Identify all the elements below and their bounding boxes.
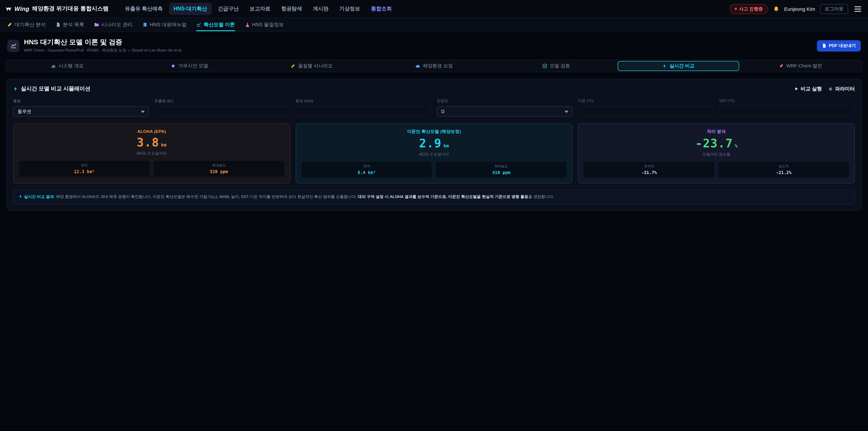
- pencil-icon: [291, 64, 296, 68]
- note-label: 실시간 비교 결과:: [24, 194, 55, 199]
- parameter-label: 파라미터: [835, 86, 855, 92]
- field-air-temp: 기온 (°C): [578, 98, 714, 117]
- stat-area: 면적 8.4 km²: [301, 162, 432, 178]
- topbar-right: 사고 진행중 Eunjeong Kim 로그아웃: [730, 4, 863, 14]
- result-value: -23.7%: [584, 137, 849, 150]
- nav-item-weather[interactable]: 기상정보: [335, 3, 365, 15]
- pdf-export-label: PDF 내보내기: [829, 43, 856, 49]
- play-icon: [794, 87, 798, 91]
- stat-value: -21.2%: [721, 170, 846, 175]
- nav-item-reports[interactable]: 보고자료: [245, 3, 275, 15]
- tab-model-validation[interactable]: 모델 검증: [495, 61, 617, 71]
- stat-area: 면적 12.3 km²: [19, 161, 150, 177]
- app-root: Wing 해양환경 위기대응 통합시스템 유출유 확산예측 HNS·대기확산 긴…: [0, 0, 868, 431]
- field-sst: SST (°C): [719, 98, 855, 117]
- results-grid: ALOHA (EPA) 3.8km AEGL-2 도달거리 면적 12.3 km…: [13, 123, 855, 184]
- result-card-difference: 차이 분석 -23.7% 도달거리 감소율 면적차 -31.7% 농도차 -21…: [578, 123, 855, 184]
- section-tabstrip: 시스템 개요 가우시안 모델 물질별 시나리오 해양환경 보정 모델 검증 실시…: [5, 60, 863, 72]
- bar-chart-icon: [51, 64, 56, 68]
- nav-item-integrated-search[interactable]: 통합조회: [366, 3, 396, 15]
- stat-label: 최대농도: [439, 164, 564, 169]
- stat-value: 8.4 km²: [304, 170, 429, 175]
- tab-label: 시스템 개요: [59, 63, 84, 69]
- field-spill-amount: 유출량 (kL): [154, 98, 290, 117]
- nav-item-oil-spill[interactable]: 유출유 확산예측: [121, 3, 167, 15]
- note-text: 실시간 비교 결과: 해양 환경에서 ALOHA의 과대 예측 경향이 확인됩니…: [19, 194, 849, 200]
- result-title: 이문진 확산모델 (해양보정): [301, 129, 566, 135]
- subnav-item-analysis-list[interactable]: 분석 목록: [56, 18, 84, 31]
- simulation-actions: 비교 실행 파라미터: [794, 86, 855, 92]
- stat-concentration-diff: 농도차 -21.2%: [718, 162, 849, 178]
- stability-select[interactable]: D: [437, 106, 572, 117]
- logout-button[interactable]: 로그아웃: [820, 4, 848, 14]
- air-temp-input[interactable]: [578, 106, 714, 117]
- note-body-bold: 대피 구역 설정 시 ALOHA 결과를 보수적 기준으로, 이문진 확산모델을…: [358, 194, 528, 199]
- note-body-1: 해양 환경에서 ALOHA의 과대 예측 경향이 확인됩니다. 이문진 확산모델…: [55, 194, 358, 199]
- subnav-item-model-theory[interactable]: 확산모델 이론: [196, 18, 235, 31]
- result-stats: 면적차 -31.7% 농도차 -21.2%: [584, 162, 849, 178]
- page-header: HNS 대기확산 모델 이론 및 검증 WRF-Chem · Gaussian …: [0, 32, 868, 58]
- stat-label: 농도차: [721, 164, 846, 169]
- nav-item-rescue[interactable]: 긴급구난: [213, 3, 243, 15]
- substance-select-wrap: 톨루엔: [13, 106, 149, 117]
- field-label: SST (°C): [719, 98, 855, 103]
- gear-icon: [828, 87, 833, 91]
- subnav-label: 분석 목록: [63, 21, 84, 28]
- field-label: 안정도: [437, 98, 572, 104]
- circle-icon: [171, 64, 176, 68]
- stat-label: 면적차: [587, 164, 712, 169]
- check-square-icon: [542, 64, 547, 68]
- nav-item-aerial-search[interactable]: 항공탐색: [277, 3, 307, 15]
- page-titles: HNS 대기확산 모델 이론 및 검증 WRF-Chem · Gaussian …: [24, 38, 182, 53]
- page-subtitle: WRF-Chem · Gaussian Plume/Puff · ROMS · …: [24, 48, 182, 53]
- tab-system-overview[interactable]: 시스템 개요: [7, 61, 128, 71]
- tab-label: 모델 검증: [550, 63, 570, 69]
- result-value: 3.8km: [19, 136, 284, 149]
- result-title: ALOHA (EPA): [19, 129, 284, 134]
- result-stats: 면적 8.4 km² 최대농도 410 ppm: [301, 162, 566, 178]
- wind-speed-input[interactable]: [296, 106, 431, 117]
- subnav-item-substance-info[interactable]: HNS 물질정보: [245, 18, 284, 31]
- cloud-icon: [415, 63, 420, 68]
- incident-badge-label: 사고 진행중: [739, 6, 763, 12]
- brand-name: 해양환경 위기대응 통합시스템: [32, 5, 109, 13]
- simulation-title-row: 실시간 모델 비교 시뮬레이션: [13, 85, 90, 93]
- menu-icon[interactable]: [853, 5, 863, 13]
- page-icon-box: [7, 39, 20, 52]
- bell-icon[interactable]: [773, 6, 779, 12]
- brand[interactable]: Wing 해양환경 위기대응 통합시스템: [5, 5, 109, 13]
- spill-amount-input[interactable]: [154, 106, 290, 117]
- top-navbar: Wing 해양환경 위기대응 통합시스템 유출유 확산예측 HNS·대기확산 긴…: [0, 0, 868, 18]
- incident-status-badge[interactable]: 사고 진행중: [730, 4, 768, 14]
- sst-input[interactable]: [719, 105, 855, 116]
- pencil-icon: [7, 22, 12, 27]
- stat-area-diff: 면적차 -31.7%: [584, 162, 715, 178]
- subnav-item-analysis[interactable]: 대기확산 분석: [7, 18, 46, 31]
- result-caption: AEGL-2 도달거리: [19, 151, 284, 157]
- simulation-header: 실시간 모델 비교 시뮬레이션 비교 실행 파라미터: [13, 85, 855, 93]
- sub-navbar: 대기확산 분석 분석 목록 시나리오 관리 HNS 대응매뉴얼 확산모델 이론 …: [0, 18, 868, 32]
- result-unit: %: [735, 143, 738, 148]
- pdf-export-button[interactable]: PDF 내보내기: [817, 40, 861, 51]
- nav-item-board[interactable]: 게시판: [308, 3, 333, 15]
- tab-marine-correction[interactable]: 해양환경 보정: [373, 61, 495, 71]
- run-comparison-label: 비교 실행: [801, 86, 822, 92]
- subnav-item-response-manual[interactable]: HNS 대응매뉴얼: [143, 18, 186, 31]
- tab-wrfchem[interactable]: WRF-Chem 발전: [740, 61, 861, 71]
- run-comparison-button[interactable]: 비교 실행: [794, 86, 822, 92]
- stat-value: -31.7%: [587, 170, 712, 175]
- tab-gaussian-model[interactable]: 가우시안 모델: [129, 61, 250, 71]
- subnav-label: HNS 대응매뉴얼: [150, 21, 186, 28]
- chart-icon: [196, 22, 202, 27]
- document-icon: [56, 22, 61, 27]
- tab-label: WRF-Chem 발전: [786, 63, 822, 69]
- flask-icon: [245, 22, 250, 27]
- tab-label: 가우시안 모델: [178, 63, 208, 69]
- stability-select-wrap: D: [437, 106, 572, 117]
- subnav-item-scenario-manage[interactable]: 시나리오 관리: [94, 18, 132, 31]
- tab-realtime-comparison[interactable]: 실시간 비교: [618, 61, 739, 71]
- tab-substance-scenario[interactable]: 물질별 시나리오: [251, 61, 373, 71]
- substance-select[interactable]: 톨루엔: [13, 106, 149, 117]
- nav-item-hns-atmospheric[interactable]: HNS·대기확산: [169, 3, 212, 15]
- parameter-button[interactable]: 파라미터: [828, 86, 855, 92]
